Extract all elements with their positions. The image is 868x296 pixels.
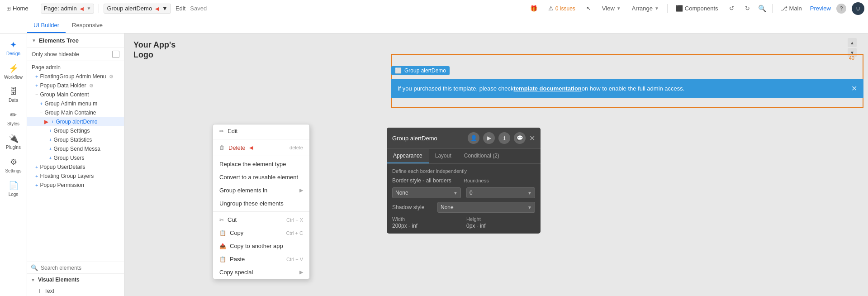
tree-item-popup-userdetails[interactable]: +Popup UserDetails — [27, 162, 124, 172]
nav-settings[interactable]: ⚙ Settings — [2, 154, 25, 176]
cm-convert[interactable]: Convert to a reusable element — [213, 171, 309, 184]
tree-item-group-alertdemo[interactable]: ▶+Group alertDemo — [27, 117, 124, 126]
search-input[interactable] — [41, 265, 120, 271]
cursor-button[interactable]: ↖ — [583, 4, 594, 13]
tree-item-popup-permission[interactable]: +Popup Permission — [27, 181, 124, 190]
pp-comment-icon-btn[interactable]: 💬 — [514, 132, 526, 144]
tree-item-group-statistics[interactable]: +Group Statistics — [27, 135, 124, 144]
tree-item-group-main[interactable]: −Group Main Content — [27, 90, 124, 99]
pp-border-select[interactable]: None ▼ — [392, 187, 461, 198]
copy-app-icon: 📤 — [219, 243, 226, 249]
cm-copy-app[interactable]: 📤 Copy to another app — [213, 239, 309, 253]
issues-button[interactable]: ⚠ 0 issues — [545, 4, 578, 13]
tree-item-group-main-container[interactable]: −Group Main Containe — [27, 108, 124, 117]
page-red-arrow: ◄ — [79, 5, 85, 12]
tree-list: Page admin +FloatingGroup Admin Menu⚙ +P… — [27, 61, 124, 262]
cm-delete-label: Delete — [228, 144, 246, 151]
page-selector[interactable]: Page: admin ◄ ▼ — [41, 4, 95, 14]
search-icon-sm: 🔍 — [31, 264, 38, 271]
edit-button[interactable]: Edit — [174, 5, 187, 12]
top-bar-actions: 🎁 ⚠ 0 issues ↖ View ▼ Arrange ▼ ⬛ Compon… — [527, 2, 864, 15]
view-button[interactable]: View ▼ — [599, 4, 624, 13]
pp-close-button[interactable]: ✕ — [529, 134, 535, 143]
elements-header: ▼ Elements Tree — [27, 33, 124, 48]
arrange-button[interactable]: Arrange ▼ — [629, 4, 662, 13]
pp-user-icon-btn[interactable]: 👤 — [468, 132, 479, 144]
tree-item-floating-layers[interactable]: +Floating Group Layers — [27, 172, 124, 181]
pp-border-label: Border style - all borders — [392, 177, 464, 184]
tree-item-page[interactable]: Page admin — [27, 63, 124, 72]
collapse-icon[interactable]: ▼ — [32, 38, 36, 43]
info-close-button[interactable]: ✕ — [851, 84, 857, 93]
pp-info-icon-btn[interactable]: ℹ — [498, 132, 510, 144]
arrange-label: Arrange — [632, 5, 653, 12]
selected-element-bar[interactable]: ⬜ Group alertDemo — [391, 66, 450, 75]
avatar[interactable]: U — [852, 2, 864, 15]
pp-border-caret: ▼ — [453, 191, 458, 196]
tree-item-group-users[interactable]: +Group Users — [27, 153, 124, 162]
tab-ui-builder[interactable]: UI Builder — [27, 18, 66, 33]
ve-text-item[interactable]: T Text — [27, 286, 124, 296]
cm-copy[interactable]: 📋 Copy Ctrl + C — [213, 226, 309, 239]
pp-width-label: Width — [392, 216, 461, 222]
tree-item-popup-data[interactable]: +Popup Data Holder⚙ — [27, 81, 124, 90]
canvas-ctrl-up[interactable]: ▲ — [848, 38, 857, 47]
nav-design-label: Design — [6, 51, 20, 56]
pp-tab-conditional[interactable]: Conditional (2) — [458, 149, 506, 163]
nav-plugins[interactable]: 🔌 Plugins — [2, 131, 25, 153]
redo-button[interactable]: ↻ — [742, 4, 753, 13]
preview-button[interactable]: Preview — [810, 5, 831, 12]
tree-item-group-settings[interactable]: +Group Settings — [27, 126, 124, 135]
cm-copy-app-label: Copy to another app — [230, 243, 283, 249]
cm-ungroup[interactable]: Ungroup these elements — [213, 197, 309, 210]
data-icon: 🗄 — [9, 87, 18, 96]
cm-cut[interactable]: ✂ Cut Ctrl + X — [213, 213, 309, 226]
tree-item-floating-group[interactable]: +FloatingGroup Admin Menu⚙ — [27, 72, 124, 81]
pp-tab-layout[interactable]: Layout — [429, 149, 458, 163]
cm-paste[interactable]: 📋 Paste Ctrl + V — [213, 253, 309, 266]
nav-logs[interactable]: 📄 Logs — [2, 178, 25, 200]
info-link[interactable]: template documentation — [514, 85, 582, 92]
gift-button[interactable]: 🎁 — [527, 4, 540, 13]
main-button[interactable]: ⎇ Main — [778, 4, 805, 13]
canvas-controls: ▲ ▼ — [848, 38, 857, 57]
search-button[interactable]: 🔍 — [758, 5, 767, 13]
nav-data[interactable]: 🗄 Data — [2, 84, 25, 105]
only-show-checkbox[interactable] — [112, 51, 119, 58]
undo-button[interactable]: ↺ — [726, 4, 737, 13]
nav-styles[interactable]: ✏ Styles — [2, 107, 25, 129]
nav-design[interactable]: ✦ Design — [2, 37, 25, 59]
home-button[interactable]: ⊞ Home — [4, 5, 31, 12]
view-label: View — [602, 5, 615, 12]
cm-delete[interactable]: 🗑 Delete ◄ delete — [213, 141, 309, 154]
group-red-arrow: ◄ — [154, 5, 160, 12]
canvas-logo: Your App's Logo — [133, 40, 175, 60]
cm-group[interactable]: Group elements in ▶ — [213, 184, 309, 197]
ve-collapse-icon[interactable]: ▼ — [31, 277, 35, 282]
pp-roundness-select[interactable]: 0 ▼ — [466, 187, 535, 198]
tree-item-group-admin-menu[interactable]: +Group Admin menu m — [27, 99, 124, 108]
cm-divider-3 — [213, 211, 309, 212]
nav-workflow[interactable]: ⚡ Workflow — [2, 61, 25, 82]
cm-copy-special[interactable]: Copy special ▶ — [213, 266, 309, 279]
main-layout: ✦ Design ⚡ Workflow 🗄 Data ✏ Styles 🔌 Pl… — [0, 33, 868, 296]
copy-icon: 📋 — [219, 230, 226, 236]
cm-replace[interactable]: Replace the element type — [213, 158, 309, 171]
pp-play-icon-btn[interactable]: ▶ — [483, 132, 495, 144]
home-label: Home — [13, 5, 28, 12]
page-caret: ▼ — [87, 6, 91, 11]
saved-status: Saved — [190, 5, 207, 12]
help-button[interactable]: ? — [836, 4, 846, 14]
workflow-icon: ⚡ — [9, 63, 19, 73]
tab-responsive[interactable]: Responsive — [66, 18, 109, 33]
cm-edit[interactable]: ✏ Edit — [213, 124, 309, 138]
divider-1 — [36, 4, 36, 13]
issues-label: 0 issues — [555, 5, 575, 12]
paste-icon: 📋 — [219, 256, 226, 263]
group-caret: ▼ — [162, 5, 168, 12]
components-button[interactable]: ⬛ Components — [673, 4, 721, 13]
pp-tab-appearance[interactable]: Appearance — [387, 149, 429, 163]
pp-shadow-select[interactable]: None ▼ — [437, 202, 535, 213]
group-selector[interactable]: Group alertDemo ◄ ▼ — [104, 4, 171, 14]
tree-item-group-send-message[interactable]: +Group Send Messa — [27, 144, 124, 153]
